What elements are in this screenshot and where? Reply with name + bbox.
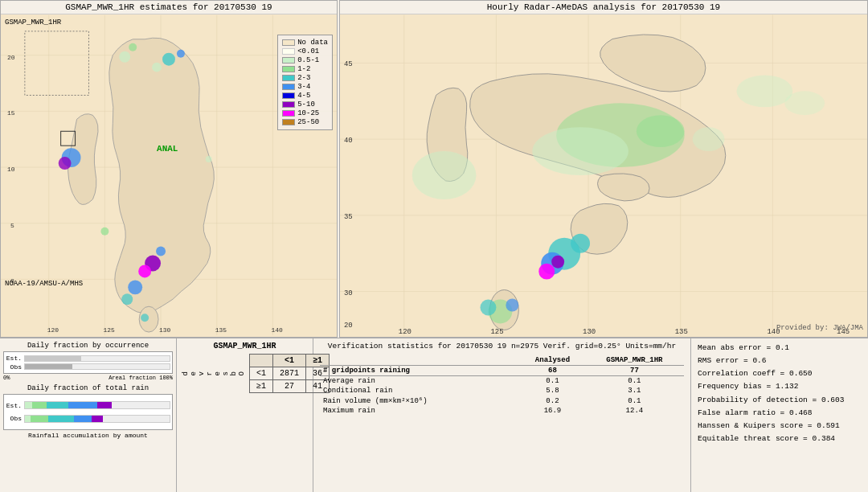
verification-title: Verification statistics for 20170530 19 … — [320, 342, 684, 351]
verif-row-gsmap: 0.1 — [585, 396, 684, 406]
axis-100: Areal fraction 100% — [108, 375, 173, 381]
svg-point-15 — [119, 51, 130, 63]
svg-point-58 — [551, 256, 564, 269]
stats-item: Correlation coeff = 0.650 — [698, 367, 862, 380]
legend-label-1-2: 1-2 — [297, 65, 310, 73]
fill-lt1 — [25, 402, 32, 408]
obs-fill-5-10 — [92, 416, 103, 422]
svg-point-16 — [129, 43, 137, 51]
verif-row-label: # gridpoints raining — [320, 366, 520, 376]
contingency-title: GSMAP_MWR_1HR — [180, 342, 309, 351]
right-map-title: Hourly Radar-AMeDAS analysis for 2017053… — [340, 1, 867, 14]
bottom-left-charts: Daily fraction by occurrence Est. Obs — [0, 338, 177, 492]
stats-item: RMS error = 0.6 — [698, 355, 862, 367]
est-bar-fill — [25, 356, 119, 361]
statistics-section: Mean abs error = 0.1RMS error = 0.6Corre… — [691, 338, 868, 492]
svg-text:120: 120 — [399, 328, 411, 336]
verif-row-analysed: 0.1 — [520, 376, 585, 387]
left-map-title: GSMAP_MWR_1HR estimates for 20170530 19 — [1, 1, 337, 14]
est-rain-fill — [25, 402, 170, 408]
verif-col-label — [320, 355, 520, 366]
top-row: GSMAP_MWR_1HR estimates for 20170530 19 — [0, 0, 868, 338]
main-container: GSMAP_MWR_1HR estimates for 20170530 19 — [0, 0, 868, 492]
est-bar-bg — [24, 355, 170, 362]
obs-fill-1-2 — [31, 416, 48, 422]
legend-color-lt001 — [282, 48, 295, 55]
verif-header-row: Analysed GSMAP_MWR_1HR — [320, 355, 684, 366]
left-map-panel: GSMAP_MWR_1HR estimates for 20170530 19 — [0, 0, 338, 338]
obs-bar-row: Obs — [6, 363, 170, 371]
svg-text:135: 135 — [215, 326, 227, 334]
stats-list: Mean abs error = 0.1RMS error = 0.6Corre… — [698, 342, 862, 445]
verif-data-row: # gridpoints raining 68 77 — [320, 366, 684, 376]
verif-row-gsmap: 77 — [585, 366, 684, 376]
right-map-canvas: 45 40 35 30 20 120 125 130 135 140 145 P… — [340, 14, 867, 336]
verif-row-label: Average rain — [320, 376, 520, 387]
legend-color-5-10 — [282, 101, 295, 108]
est-bar-row: Est. — [6, 355, 170, 362]
svg-point-63 — [784, 91, 825, 115]
legend-label-3-4: 3-4 — [297, 83, 310, 91]
verif-row-label: Rain volume (mm×km²×10⁶) — [320, 396, 520, 406]
legend-color-10-25 — [282, 110, 295, 117]
occurrence-chart-title: Daily fraction by occurrence — [3, 342, 173, 350]
svg-text:35: 35 — [344, 213, 353, 221]
ct-cell-11: 2871 — [273, 367, 306, 380]
fill-3-4 — [68, 402, 97, 408]
svg-text:15: 15 — [7, 109, 15, 117]
occurrence-chart-section: Daily fraction by occurrence Est. Obs — [3, 342, 173, 381]
svg-text:130: 130 — [583, 328, 596, 336]
obs-rain-bar-bg — [24, 415, 170, 423]
svg-point-27 — [141, 314, 149, 322]
legend-color-2-3 — [282, 75, 295, 81]
svg-point-13 — [177, 50, 185, 58]
legend: No data <0.01 0.5-1 1-2 — [277, 35, 333, 130]
stats-item: Probability of detection = 0.603 — [698, 394, 862, 407]
noaa-label: NOAA-19/AMSU-A/MHS — [5, 280, 83, 288]
svg-text:125: 125 — [490, 328, 503, 336]
legend-lt001: <0.01 — [282, 47, 328, 55]
svg-point-18 — [59, 157, 72, 170]
stats-item: Frequency bias = 1.132 — [698, 380, 862, 393]
svg-point-20 — [138, 264, 151, 277]
ct-cell-21: 27 — [273, 380, 306, 393]
verification-section: Verification statistics for 20170530 19 … — [313, 338, 691, 492]
svg-text:125: 125 — [103, 326, 115, 334]
svg-point-62 — [736, 75, 792, 107]
svg-point-21 — [156, 247, 166, 256]
verif-data-row: Maximum rain 16.9 12.4 — [320, 406, 684, 416]
ct-col-lt1: <1 — [273, 355, 306, 367]
legend-10-25: 10-25 — [282, 109, 328, 117]
svg-point-61 — [693, 127, 725, 151]
fill-5-10 — [97, 402, 112, 408]
verif-row-gsmap: 0.1 — [585, 376, 684, 387]
ct-row-label-lt1: <1 — [250, 367, 273, 380]
svg-text:5: 5 — [10, 222, 14, 229]
legend-color-05-1 — [282, 57, 295, 64]
svg-point-23 — [121, 293, 133, 305]
svg-text:20: 20 — [7, 54, 15, 61]
legend-color-3-4 — [282, 84, 295, 90]
verif-data-row: Rain volume (mm×km²×10⁶) 0.2 0.1 — [320, 396, 684, 406]
stats-item: False alarm ratio = 0.468 — [698, 407, 862, 420]
legend-nodata: No data — [282, 39, 328, 47]
svg-text:30: 30 — [344, 289, 353, 297]
svg-point-24 — [100, 228, 108, 236]
ct-empty-header — [250, 355, 273, 367]
obs-fill-lt1 — [25, 416, 31, 422]
obs-vertical-label: Observed — [180, 370, 248, 377]
legend-color-1-2 — [282, 66, 295, 72]
verif-row-analysed: 68 — [520, 366, 585, 376]
legend-25-50: 25-50 — [282, 118, 328, 126]
legend-label-2-3: 2-3 — [297, 74, 310, 82]
legend-2-3: 2-3 — [282, 74, 328, 82]
legend-color-25-50 — [282, 119, 295, 125]
obs-bar-fill — [25, 364, 112, 369]
obs-label: Obs — [6, 363, 22, 371]
obs-rain-fill — [25, 416, 170, 422]
rain-chart-title: Daily fraction of total rain — [3, 384, 173, 392]
svg-point-14 — [152, 63, 162, 72]
rain-bar-chart: Est. Obs — [3, 394, 173, 430]
legend-color-4-5 — [282, 92, 295, 99]
left-map-canvas: 20 15 10 5 0 120 125 130 135 140 ANAL — [1, 14, 337, 336]
